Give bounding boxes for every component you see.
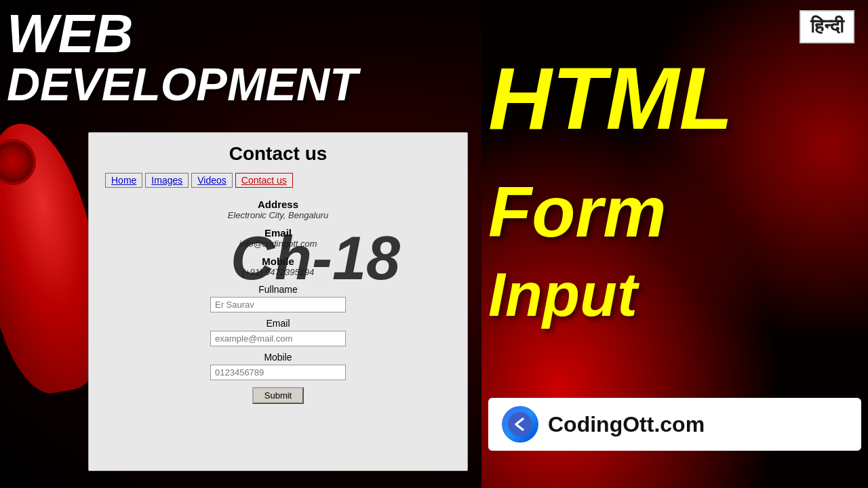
nav-videos[interactable]: Videos [191,173,233,188]
address-section: Address Electronic City, Bengaluru [102,199,454,220]
browser-window: Contact us Home Images Videos Contact us… [88,132,468,471]
nav-home[interactable]: Home [105,173,142,188]
nav-links: Home Images Videos Contact us [102,173,454,188]
web-development-title: WEB DEVELOPMENT [7,7,358,107]
contact-heading: Contact us [102,143,454,165]
right-panel: हिन्दी HTML Form Input CodingOtt.com [481,0,868,488]
development-label: DEVELOPMENT [7,61,358,107]
browser-content: Contact us Home Images Videos Contact us… [89,133,467,470]
nav-images[interactable]: Images [145,173,189,188]
mobile-section: Mobile (+91) 9472395194 [102,256,454,277]
web-label: WEB [7,7,358,61]
email-label: Email [102,227,454,239]
submit-button[interactable]: Submit [252,387,304,404]
codingott-logo [502,406,538,443]
address-label: Address [102,199,454,210]
left-panel: WEB DEVELOPMENT Contact us Home Images V… [0,0,481,488]
svg-point-0 [508,412,532,436]
mobile-input[interactable] [210,365,346,380]
contact-form: Fullname Email Mobile Submit [102,284,454,404]
form-label: Form [488,176,667,247]
email-field-label: Email [102,318,454,329]
email-section: Email info@codingott.com [102,227,454,249]
address-value: Electronic City, Bengaluru [102,210,454,220]
email-value: info@codingott.com [102,239,454,249]
mobile-field-label: Mobile [102,352,454,363]
codingott-name: CodingOtt.com [548,412,705,437]
mobile-value: (+91) 9472395194 [102,267,454,277]
fullname-input[interactable] [210,297,346,312]
nav-contact[interactable]: Contact us [235,173,293,188]
hindi-badge: हिन्दी [800,10,854,43]
email-input[interactable] [210,331,346,346]
codingott-box: CodingOtt.com [488,398,861,451]
html-label: HTML [488,54,733,142]
mobile-label: Mobile [102,256,454,267]
codingott-logo-icon [508,412,532,436]
fullname-field-label: Fullname [102,284,454,295]
input-label: Input [488,264,637,325]
